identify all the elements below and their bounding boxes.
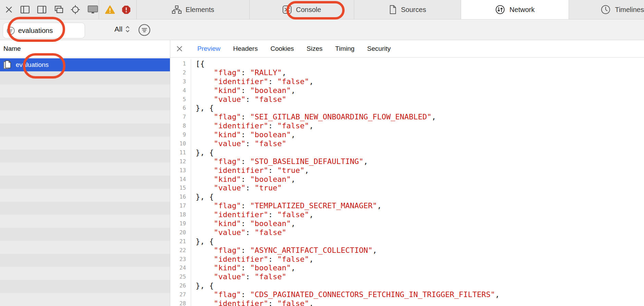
code-line: 7 "flag": "SEI_GITLAB_NEW_ONBOARDING_FLO… — [170, 113, 644, 121]
dock-side-left-icon[interactable] — [20, 5, 30, 14]
code-line: 24 "kind": "boolean", — [170, 263, 644, 272]
code-line: 20 "value": "false" — [170, 228, 644, 237]
toolbar-icon-strip — [0, 0, 99, 19]
code-line: 9 "kind": "boolean", — [170, 130, 644, 139]
resource-doc-icon — [3, 60, 11, 70]
code-line: 10 "value": "false" — [170, 139, 644, 148]
inspector-toolbar: Elements Console Sources Network Timelin — [0, 0, 644, 20]
code-line: 17 "flag": "TEMPLATIZED_SECRET_MANAGER", — [170, 201, 644, 210]
tab-label: Sources — [401, 6, 426, 14]
warnings-badge-icon[interactable] — [105, 5, 115, 14]
code-line: 3 "identifier": "false", — [170, 77, 644, 86]
code-line: 5 "value": "false" — [170, 95, 644, 104]
network-content-split: Name evaluations Preview Headers — [0, 40, 644, 306]
detail-tab-sizes[interactable]: Sizes — [307, 45, 322, 52]
filter-input[interactable]: evaluations — [3, 23, 85, 38]
empty-row-stripes — [0, 71, 170, 306]
web-inspector-window: Elements Console Sources Network Timelin — [0, 0, 644, 306]
code-line: 22 "flag": "ASYNC_ARTIFACT_COLLECTION", — [170, 246, 644, 255]
code-line: 6}, { — [170, 104, 644, 113]
issue-badges — [99, 0, 136, 19]
scope-select-value: All — [114, 25, 122, 33]
tab-console[interactable]: Console — [249, 0, 354, 19]
code-line: 28 "identifier": "false", — [170, 299, 644, 306]
element-selector-crosshair-icon[interactable] — [70, 4, 80, 15]
code-line: 4 "kind": "boolean", — [170, 86, 644, 95]
code-line: 15 "value": "true" — [170, 184, 644, 192]
chevron-up-down-icon — [125, 25, 130, 33]
requests-panel: Name evaluations — [0, 40, 170, 306]
clock-icon — [600, 4, 611, 15]
code-line: 11}, { — [170, 148, 644, 157]
detail-tab-headers[interactable]: Headers — [233, 45, 258, 52]
errors-badge-icon[interactable] — [122, 5, 131, 14]
code-line: 1[{ — [170, 59, 644, 68]
device-display-icon[interactable] — [87, 4, 99, 15]
request-detail-pane: Preview Headers Cookies Sizes Timing Sec… — [170, 40, 644, 306]
tab-label: Timelines — [615, 6, 644, 14]
request-row-evaluations[interactable]: evaluations — [0, 58, 170, 71]
tab-timelines[interactable]: Timelines — [569, 0, 644, 19]
close-inspector-icon[interactable] — [4, 5, 13, 14]
tab-sources[interactable]: Sources — [354, 0, 461, 19]
detail-tab-security[interactable]: Security — [367, 45, 391, 52]
code-line: 23 "identifier": "false", — [170, 255, 644, 264]
code-line: 25 "value": "false" — [170, 272, 644, 281]
tab-label: Network — [509, 6, 534, 14]
code-lines: 1[{2 "flag": "RALLY",3 "identifier": "fa… — [170, 59, 644, 306]
code-line: 16}, { — [170, 192, 644, 201]
undock-window-icon[interactable] — [53, 5, 64, 14]
code-line: 21}, { — [170, 237, 644, 246]
code-line: 26}, { — [170, 281, 644, 290]
code-line: 13 "identifier": "true", — [170, 166, 644, 175]
code-line: 8 "identifier": "false", — [170, 121, 644, 130]
code-line: 12 "flag": "STO_BASELINE_DEFAULTING", — [170, 157, 644, 166]
dock-side-right-icon[interactable] — [37, 5, 47, 14]
network-filter-bar: evaluations All — [0, 20, 644, 40]
detail-tab-preview[interactable]: Preview — [197, 45, 221, 52]
document-icon — [389, 5, 397, 14]
filter-options-button[interactable] — [138, 24, 151, 36]
request-row-label: evaluations — [16, 61, 49, 69]
close-detail-icon[interactable] — [176, 45, 183, 52]
name-column-header[interactable]: Name — [0, 40, 170, 58]
detail-tab-bar: Preview Headers Cookies Sizes Timing Sec… — [170, 40, 644, 58]
resource-scope-select[interactable]: All — [114, 25, 130, 33]
json-preview: 1[{2 "flag": "RALLY",3 "identifier": "fa… — [170, 58, 644, 306]
code-line: 2 "flag": "RALLY", — [170, 68, 644, 77]
filter-input-value: evaluations — [18, 27, 53, 35]
code-line: 27 "flag": "CDS_PAGINATED_CONNECTORS_FET… — [170, 290, 644, 299]
network-arrows-icon — [495, 4, 505, 15]
code-line: 14 "kind": "boolean", — [170, 175, 644, 184]
tab-elements[interactable]: Elements — [136, 0, 249, 19]
request-list: evaluations — [0, 58, 170, 306]
tab-network[interactable]: Network — [461, 0, 569, 19]
detail-tab-timing[interactable]: Timing — [335, 45, 355, 52]
tab-label: Elements — [186, 6, 214, 14]
detail-tab-cookies[interactable]: Cookies — [270, 45, 294, 52]
console-icon — [282, 5, 292, 14]
hierarchy-icon — [172, 5, 182, 14]
filter-funnel-icon — [7, 26, 15, 35]
tab-label: Console — [296, 6, 321, 14]
code-line: 19 "kind": "boolean", — [170, 219, 644, 228]
code-line: 18 "identifier": "false", — [170, 210, 644, 219]
